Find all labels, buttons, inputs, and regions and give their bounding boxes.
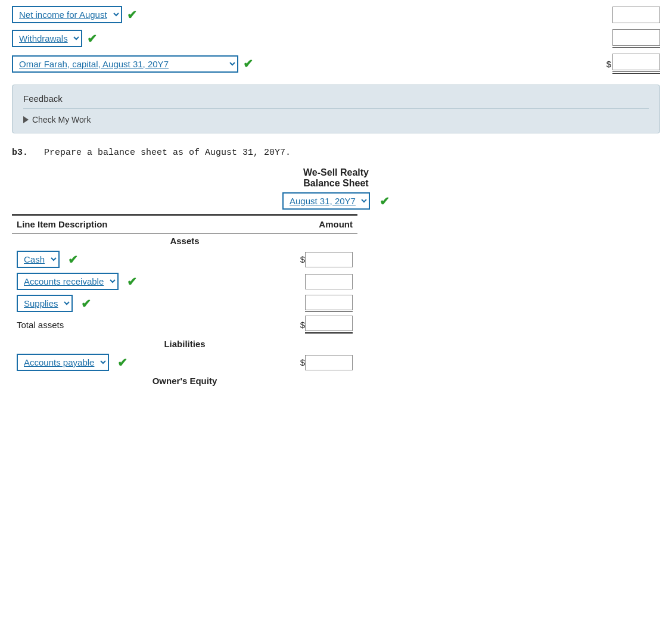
amt-col-header: Amount xyxy=(238,215,357,233)
capital-input[interactable] xyxy=(612,54,660,70)
check-my-work-label: Check My Work xyxy=(32,115,91,124)
date-row: August 31, 20Y7 ✔ xyxy=(12,192,660,210)
accounts-payable-dollar-sign: $ xyxy=(300,357,305,367)
accounts-receivable-dropdown[interactable]: Accounts receivable xyxy=(17,273,119,290)
cash-row: Cash ✔ $ xyxy=(12,248,357,270)
supplies-row: Supplies ✔ xyxy=(12,292,357,314)
accounts-receivable-desc: Accounts receivable ✔ xyxy=(12,270,238,292)
b3-instruction: b3. Prepare a balance sheet as of August… xyxy=(12,148,660,158)
feedback-title: Feedback xyxy=(23,93,649,109)
accounts-receivable-amount-cell xyxy=(238,270,357,292)
balance-sheet-table: Line Item Description Amount Assets Cash… xyxy=(12,214,357,388)
assets-header-label: Assets xyxy=(12,233,357,249)
withdrawals-check-icon: ✔ xyxy=(87,32,97,46)
company-name: We-Sell Realty xyxy=(12,167,660,178)
liabilities-header-row: Liabilities xyxy=(12,336,357,351)
owners-equity-header-label: Owner's Equity xyxy=(12,373,357,388)
date-check-icon: ✔ xyxy=(379,194,390,208)
accounts-receivable-row: Accounts receivable ✔ xyxy=(12,270,357,292)
withdrawals-dropdown[interactable]: Withdrawals xyxy=(12,30,82,47)
accounts-payable-row: Accounts payable ✔ $ xyxy=(12,351,357,373)
desc-col-header: Line Item Description xyxy=(12,215,238,233)
capital-row: Omar Farah, capital, August 31, 20Y7 ✔ $ xyxy=(12,54,660,74)
cash-amount-cell: $ xyxy=(238,248,357,270)
accounts-receivable-input[interactable] xyxy=(305,274,353,289)
b3-label-text: b3. xyxy=(12,148,28,158)
accounts-payable-check-icon: ✔ xyxy=(117,355,127,370)
total-assets-input[interactable] xyxy=(305,316,353,331)
feedback-box: Feedback Check My Work xyxy=(12,85,660,133)
sheet-title: Balance Sheet xyxy=(12,178,660,189)
accounts-payable-amount-cell: $ xyxy=(238,351,357,373)
withdrawals-input[interactable] xyxy=(612,29,660,46)
net-income-check-icon: ✔ xyxy=(127,8,137,22)
b3-section: b3. Prepare a balance sheet as of August… xyxy=(12,148,660,388)
triangle-icon xyxy=(23,116,29,123)
owners-equity-header-row: Owner's Equity xyxy=(12,373,357,388)
capital-check-icon: ✔ xyxy=(243,57,253,71)
balance-sheet-header: We-Sell Realty Balance Sheet August 31, … xyxy=(12,167,660,210)
check-my-work-button[interactable]: Check My Work xyxy=(23,115,91,124)
liabilities-header-label: Liabilities xyxy=(12,336,357,351)
supplies-amount-cell xyxy=(238,292,357,314)
net-income-input[interactable] xyxy=(612,7,660,23)
accounts-payable-input[interactable] xyxy=(305,355,353,370)
supplies-dropdown[interactable]: Supplies xyxy=(17,295,73,312)
total-assets-dollar-sign: $ xyxy=(300,320,305,330)
supplies-check-icon: ✔ xyxy=(81,297,91,311)
cash-input[interactable] xyxy=(305,252,353,267)
cash-check-icon: ✔ xyxy=(68,252,78,267)
equity-section: Net income for August ✔ Withdrawals ✔ Om… xyxy=(12,6,660,74)
total-assets-amount-cell: $ xyxy=(238,314,357,336)
total-assets-row: Total assets $ xyxy=(12,314,357,336)
capital-dropdown[interactable]: Omar Farah, capital, August 31, 20Y7 xyxy=(12,55,238,73)
cash-desc: Cash ✔ xyxy=(12,248,238,270)
assets-header-row: Assets xyxy=(12,233,357,249)
accounts-payable-dropdown[interactable]: Accounts payable xyxy=(17,354,109,371)
cash-dropdown[interactable]: Cash xyxy=(17,251,60,268)
cash-dollar-sign: $ xyxy=(300,254,305,264)
accounts-payable-desc: Accounts payable ✔ xyxy=(12,351,238,373)
total-assets-label: Total assets xyxy=(12,314,238,336)
net-income-dropdown[interactable]: Net income for August xyxy=(12,6,122,23)
net-income-row: Net income for August ✔ xyxy=(12,6,660,23)
accounts-receivable-check-icon: ✔ xyxy=(127,275,137,289)
date-dropdown[interactable]: August 31, 20Y7 xyxy=(282,192,370,210)
capital-dollar-sign: $ xyxy=(606,59,611,69)
withdrawals-row: Withdrawals ✔ xyxy=(12,29,660,48)
supplies-desc: Supplies ✔ xyxy=(12,292,238,314)
supplies-input[interactable] xyxy=(305,295,353,310)
